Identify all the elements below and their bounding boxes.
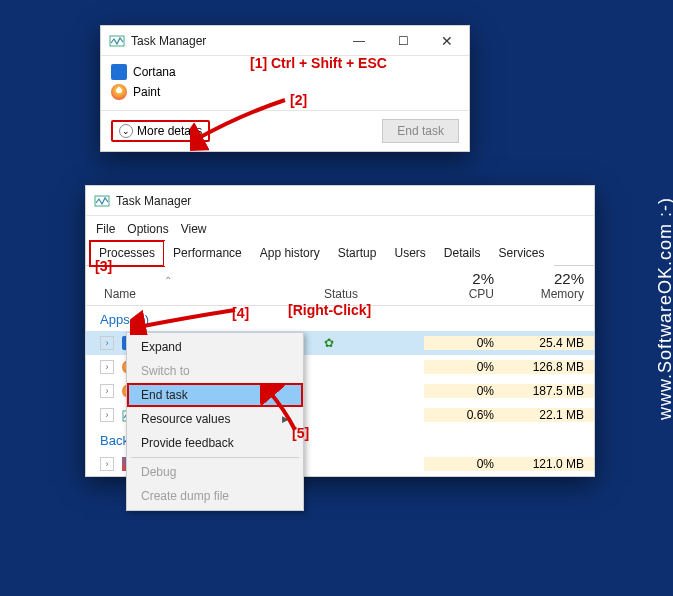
submenu-arrow-icon: ▶: [282, 414, 289, 424]
tab-bar: Processes Performance App history Startu…: [86, 240, 594, 266]
cpu-value: 0%: [424, 360, 504, 374]
watermark-side: www.SoftwareOK.com :-): [655, 197, 674, 420]
close-button[interactable]: ✕: [425, 26, 469, 56]
context-menu: Expand Switch to End task Resource value…: [126, 332, 304, 511]
cortana-icon: [111, 64, 127, 80]
memory-value: 22.1 MB: [504, 408, 594, 422]
column-headers: ⌃Name Status 2%CPU 22%Memory: [86, 266, 594, 306]
window-title: Task Manager: [131, 34, 206, 48]
cpu-value: 0%: [424, 336, 504, 350]
menu-options[interactable]: Options: [127, 222, 168, 236]
task-manager-icon: [109, 33, 125, 49]
tab-performance[interactable]: Performance: [164, 241, 251, 266]
process-item-paint[interactable]: Paint: [111, 82, 459, 102]
tab-app-history[interactable]: App history: [251, 241, 329, 266]
separator: [131, 457, 299, 458]
expand-toggle[interactable]: ›: [100, 408, 114, 422]
process-name: Paint: [133, 85, 160, 99]
tab-processes[interactable]: Processes: [90, 241, 164, 266]
paint-icon: [111, 84, 127, 100]
expand-toggle[interactable]: ›: [100, 336, 114, 350]
tab-users[interactable]: Users: [385, 241, 434, 266]
tab-startup[interactable]: Startup: [329, 241, 386, 266]
window-title: Task Manager: [116, 194, 191, 208]
menu-file[interactable]: File: [96, 222, 115, 236]
ctx-switch-to: Switch to: [127, 359, 303, 383]
cpu-value: 0.6%: [424, 408, 504, 422]
task-manager-simple-window: Task Manager — ☐ ✕ Cortana Paint ⌄ More …: [100, 25, 470, 152]
section-apps[interactable]: Apps (4): [86, 306, 594, 331]
process-name: Cortana: [133, 65, 176, 79]
memory-value: 187.5 MB: [504, 384, 594, 398]
end-task-button[interactable]: End task: [382, 119, 459, 143]
menu-bar: File Options View: [86, 216, 594, 240]
ctx-debug: Debug: [127, 460, 303, 484]
task-manager-icon: [94, 193, 110, 209]
expand-toggle[interactable]: ›: [100, 384, 114, 398]
col-memory[interactable]: 22%Memory: [504, 270, 594, 301]
col-cpu[interactable]: 2%CPU: [424, 270, 504, 301]
menu-view[interactable]: View: [181, 222, 207, 236]
more-details-label: More details: [137, 124, 202, 138]
tab-services[interactable]: Services: [490, 241, 554, 266]
ctx-create-dump: Create dump file: [127, 484, 303, 508]
ctx-provide-feedback[interactable]: Provide feedback: [127, 431, 303, 455]
cpu-value: 0%: [424, 384, 504, 398]
memory-value: 126.8 MB: [504, 360, 594, 374]
minimize-button[interactable]: —: [337, 26, 381, 56]
ctx-expand[interactable]: Expand: [127, 335, 303, 359]
memory-value: 121.0 MB: [504, 457, 594, 471]
expand-toggle[interactable]: ›: [100, 457, 114, 471]
maximize-button[interactable]: ☐: [381, 26, 425, 56]
expand-toggle[interactable]: ›: [100, 360, 114, 374]
col-status[interactable]: Status: [324, 287, 424, 301]
titlebar[interactable]: Task Manager: [86, 186, 594, 216]
col-name[interactable]: ⌃Name: [104, 273, 324, 301]
efficiency-leaf-icon: ✿: [324, 336, 334, 350]
chevron-down-icon: ⌄: [119, 124, 133, 138]
sort-indicator: ⌃: [164, 275, 172, 286]
more-details-button[interactable]: ⌄ More details: [111, 120, 210, 142]
tab-details[interactable]: Details: [435, 241, 490, 266]
ctx-resource-values[interactable]: Resource values▶: [127, 407, 303, 431]
process-item-cortana[interactable]: Cortana: [111, 62, 459, 82]
memory-value: 25.4 MB: [504, 336, 594, 350]
ctx-end-task[interactable]: End task: [127, 383, 303, 407]
titlebar[interactable]: Task Manager — ☐ ✕: [101, 26, 469, 56]
cpu-value: 0%: [424, 457, 504, 471]
